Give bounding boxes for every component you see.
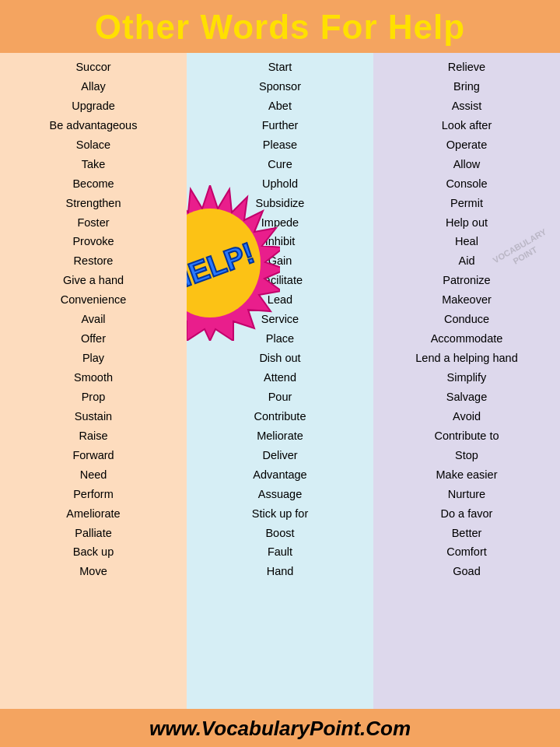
list-item: Raise bbox=[3, 426, 184, 446]
list-item: Fault bbox=[190, 542, 370, 562]
list-item: Need bbox=[3, 465, 184, 485]
list-item: Ameliorate bbox=[3, 504, 184, 524]
list-item: Aid bbox=[376, 251, 557, 271]
list-item: Prop bbox=[3, 388, 184, 407]
list-item: Conduce bbox=[376, 310, 557, 329]
list-item: Succor bbox=[3, 58, 184, 77]
title-yellow: Help bbox=[388, 8, 465, 46]
list-item: Comfort bbox=[376, 542, 557, 562]
list-item: Heal bbox=[376, 232, 557, 251]
list-item: Allow bbox=[376, 155, 557, 174]
list-item: Abet bbox=[190, 96, 370, 116]
list-item: Back up bbox=[3, 542, 184, 562]
list-item: Meliorate bbox=[190, 426, 370, 446]
list-item: Play bbox=[3, 349, 184, 368]
page-title: Other Words For Help bbox=[0, 8, 560, 47]
list-item: Foster bbox=[3, 213, 184, 233]
list-item: Lead bbox=[190, 290, 370, 310]
list-item: Sponsor bbox=[190, 77, 370, 96]
list-item: Dish out bbox=[190, 349, 370, 368]
list-item: Uphold bbox=[190, 174, 370, 194]
list-item: Restore bbox=[3, 251, 184, 271]
list-item: Place bbox=[190, 329, 370, 349]
list-item: Contribute bbox=[190, 407, 370, 426]
list-item: Upgrade bbox=[3, 96, 184, 116]
list-item: Forward bbox=[3, 446, 184, 465]
footer-url: www.VocabularyPoint.Com bbox=[0, 717, 560, 741]
column-right: VOCABULARYPOINT RelieveBringAssistLook a… bbox=[373, 53, 560, 709]
list-item: Gain bbox=[190, 251, 370, 271]
list-item: Strengthen bbox=[3, 194, 184, 213]
list-item: Goad bbox=[376, 562, 557, 581]
list-item: Deliver bbox=[190, 446, 370, 465]
list-item: Pour bbox=[190, 388, 370, 407]
list-item: Permit bbox=[376, 194, 557, 213]
list-item: Lend a helping hand bbox=[376, 349, 557, 368]
columns-container: SuccorAllayUpgradeBe advantageousSolaceT… bbox=[0, 53, 560, 709]
list-item: Smooth bbox=[3, 368, 184, 388]
list-item: Subsidize bbox=[190, 194, 370, 213]
list-item: Palliate bbox=[3, 524, 184, 543]
list-item: Console bbox=[376, 174, 557, 194]
list-item: Start bbox=[190, 58, 370, 77]
list-item: Make easier bbox=[376, 465, 557, 485]
list-item: Sustain bbox=[3, 407, 184, 426]
list-item: Operate bbox=[376, 135, 557, 155]
list-item: Look after bbox=[376, 116, 557, 135]
list-item: Move bbox=[3, 562, 184, 581]
list-item: Give a hand bbox=[3, 271, 184, 290]
list-item: Patronize bbox=[376, 271, 557, 290]
title-black: Other Words For bbox=[95, 8, 388, 46]
list-item: Become bbox=[3, 174, 184, 194]
column-left: SuccorAllayUpgradeBe advantageousSolaceT… bbox=[0, 53, 187, 709]
list-item: Solace bbox=[3, 135, 184, 155]
list-item: Better bbox=[376, 524, 557, 543]
list-item: Assuage bbox=[190, 485, 370, 504]
list-item: Accommodate bbox=[376, 329, 557, 349]
list-item: Avail bbox=[3, 310, 184, 329]
list-item: Nurture bbox=[376, 485, 557, 504]
list-item: Perform bbox=[3, 485, 184, 504]
list-item: Help out bbox=[376, 213, 557, 233]
list-item: Offer bbox=[3, 329, 184, 349]
list-item: Bring bbox=[376, 77, 557, 96]
list-item: Stop bbox=[376, 446, 557, 465]
column-middle: HELP! StartSponsorAbetFurtherPleaseCureU… bbox=[187, 53, 373, 709]
list-item: Inhibit bbox=[190, 232, 370, 251]
list-item: Please bbox=[190, 135, 370, 155]
header: Other Words For Help bbox=[0, 0, 560, 53]
list-item: Makeover bbox=[376, 290, 557, 310]
list-item: Stick up for bbox=[190, 504, 370, 524]
list-item: Avoid bbox=[376, 407, 557, 426]
list-item: Do a favor bbox=[376, 504, 557, 524]
list-item: Contribute to bbox=[376, 426, 557, 446]
list-item: Provoke bbox=[3, 232, 184, 251]
list-item: Boost bbox=[190, 524, 370, 543]
list-item: Further bbox=[190, 116, 370, 135]
list-item: Facilitate bbox=[190, 271, 370, 290]
footer: www.VocabularyPoint.Com bbox=[0, 709, 560, 747]
list-item: Attend bbox=[190, 368, 370, 388]
list-item: Take bbox=[3, 155, 184, 174]
list-item: Advantage bbox=[190, 465, 370, 485]
list-item: Service bbox=[190, 310, 370, 329]
list-item: Impede bbox=[190, 213, 370, 233]
list-item: Be advantageous bbox=[3, 116, 184, 135]
list-item: Convenience bbox=[3, 290, 184, 310]
list-item: Allay bbox=[3, 77, 184, 96]
list-item: Hand bbox=[190, 562, 370, 581]
list-item: Salvage bbox=[376, 388, 557, 407]
list-item: Cure bbox=[190, 155, 370, 174]
list-item: Assist bbox=[376, 96, 557, 116]
list-item: Simplify bbox=[376, 368, 557, 388]
list-item: Relieve bbox=[376, 58, 557, 77]
